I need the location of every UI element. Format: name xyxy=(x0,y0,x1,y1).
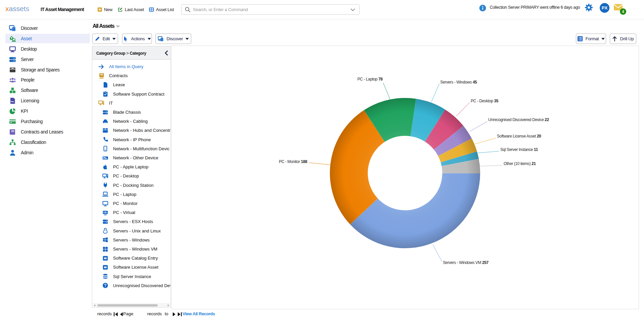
svg-text:PC - Laptop 78: PC - Laptop 78 xyxy=(358,77,383,82)
svg-text:Servers - Windows 45: Servers - Windows 45 xyxy=(440,80,477,85)
svg-text:Unrecognised Discovered Device: Unrecognised Discovered Device 22 xyxy=(488,117,549,122)
svg-text:Sql Server Instance 11: Sql Server Instance 11 xyxy=(500,147,538,152)
svg-text:Servers - Windows VM 257: Servers - Windows VM 257 xyxy=(443,260,489,265)
svg-text:PC - Desktop 35: PC - Desktop 35 xyxy=(471,99,499,103)
svg-text:PC - Monitor 188: PC - Monitor 188 xyxy=(279,159,308,164)
svg-text:Software License Asset 20: Software License Asset 20 xyxy=(497,134,541,139)
svg-text:Other (10 items) 21: Other (10 items) 21 xyxy=(504,161,536,166)
